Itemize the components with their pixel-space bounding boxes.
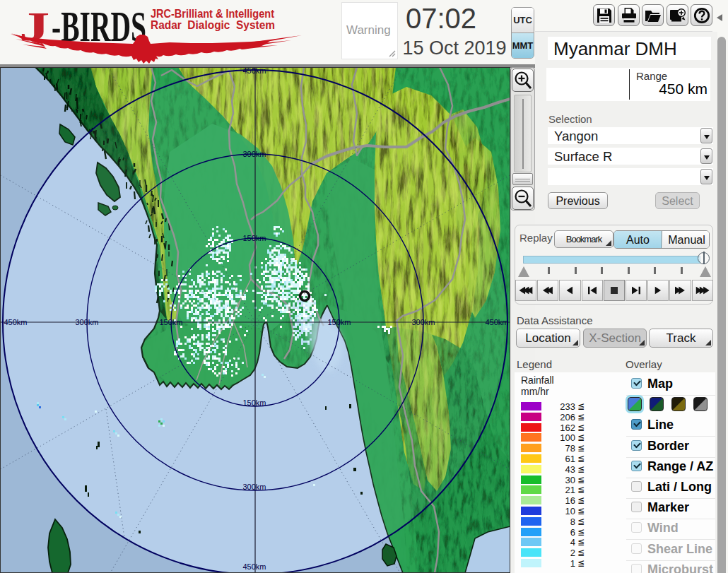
svg-text:450km: 450km	[4, 318, 27, 326]
svg-text:300km: 300km	[411, 318, 435, 326]
svg-text:150km: 150km	[327, 318, 351, 326]
svg-text:300km: 300km	[242, 150, 266, 158]
svg-text:450km: 450km	[242, 67, 266, 75]
svg-text:450km: 450km	[485, 318, 508, 326]
svg-text:450km: 450km	[242, 562, 266, 571]
svg-text:Radar Dialogic System: Radar Dialogic System	[151, 18, 275, 31]
svg-text:300km: 300km	[242, 483, 266, 491]
svg-text:150km: 150km	[242, 398, 266, 407]
svg-text:150km: 150km	[159, 318, 182, 326]
svg-text:150km: 150km	[242, 234, 266, 242]
svg-text:300km: 300km	[75, 318, 98, 326]
